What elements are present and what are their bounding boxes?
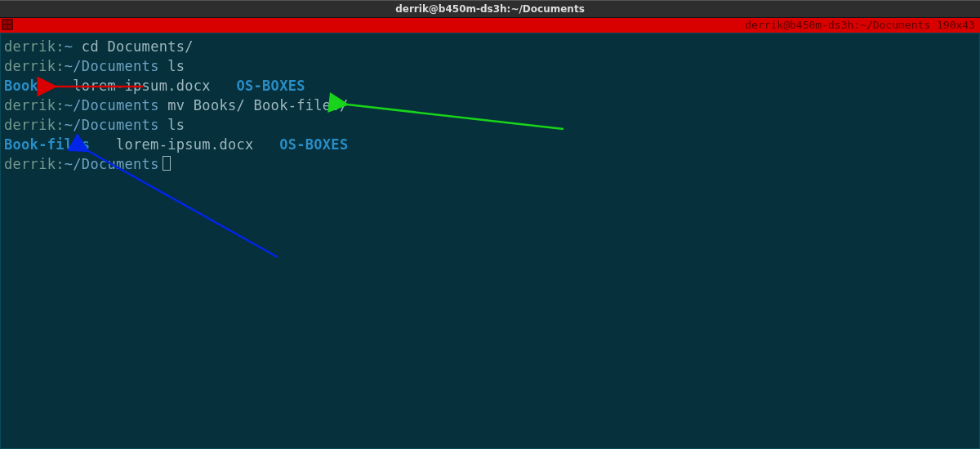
- prompt-user: derrik: [4, 156, 56, 172]
- command-text: ls: [159, 58, 185, 74]
- prompt-line: derrik:~/Documents: [4, 154, 976, 174]
- prompt-path: /Documents: [73, 156, 158, 172]
- pane-icon: [2, 19, 13, 30]
- prompt-line: derrik:~ cd Documents/: [4, 37, 976, 56]
- window-titlebar: derrik@b450m-ds3h:~/Documents: [0, 0, 980, 18]
- prompt-colon: :: [56, 97, 65, 113]
- prompt-line: derrik:~/Documents mv Books/ Book-files/: [4, 96, 976, 115]
- command-text: cd Documents/: [73, 38, 194, 55]
- prompt-tilde: ~: [65, 156, 74, 172]
- file-entry: lorem-ipsum.docx: [116, 136, 254, 153]
- statusbar-right: derrik@b450m-ds3h:~/Documents 190x43: [745, 19, 975, 31]
- terminal[interactable]: derrik:~ cd Documents/derrik:~/Documents…: [0, 33, 980, 449]
- prompt-user: derrik: [4, 97, 56, 113]
- prompt-tilde: ~: [65, 117, 74, 133]
- prompt-tilde: ~: [65, 58, 74, 74]
- prompt-line: derrik:~/Documents ls: [4, 56, 976, 76]
- prompt-user: derrik: [4, 58, 56, 74]
- command-text: ls: [159, 117, 185, 133]
- prompt-tilde: ~: [65, 38, 74, 55]
- prompt-colon: :: [56, 58, 65, 74]
- prompt-line: derrik:~/Documents ls: [4, 115, 976, 135]
- prompt-user: derrik: [4, 117, 56, 133]
- dir-entry: OS-BOXES: [279, 136, 348, 153]
- prompt-colon: :: [56, 117, 65, 133]
- prompt-user: derrik: [4, 38, 56, 55]
- prompt-path: /Documents: [73, 58, 158, 74]
- file-entry: lorem-ipsum.docx: [73, 78, 211, 94]
- prompt-path: /Documents: [73, 117, 158, 133]
- command-text: mv Books/ Book-files/: [159, 97, 349, 113]
- ls-output-line: Book-files lorem-ipsum.docx OS-BOXES: [4, 135, 976, 154]
- prompt-colon: :: [56, 156, 65, 172]
- prompt-path: /Documents: [73, 97, 158, 113]
- window-title: derrik@b450m-ds3h:~/Documents: [395, 3, 585, 15]
- prompt-tilde: ~: [65, 97, 74, 113]
- dir-entry: Books: [4, 78, 47, 94]
- dir-entry: Book-files: [4, 136, 90, 153]
- prompt-colon: :: [56, 38, 65, 55]
- dir-entry: OS-BOXES: [236, 78, 305, 94]
- tmux-statusbar: derrik@b450m-ds3h:~/Documents 190x43: [0, 18, 980, 33]
- ls-output-line: Books lorem-ipsum.docx OS-BOXES: [4, 76, 976, 96]
- cursor: [163, 156, 171, 171]
